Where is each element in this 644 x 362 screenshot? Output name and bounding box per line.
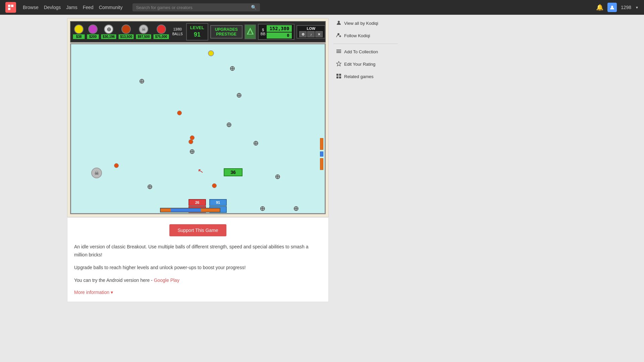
edit-rating-link[interactable]: Edit Your Rating <box>333 59 398 69</box>
svg-rect-17 <box>339 74 341 76</box>
svg-rect-2 <box>8 8 10 10</box>
game-ui-bar: $38 $200 ⊕ $30,196 $13,500 <box>70 21 326 43</box>
game-description: An idle version of classic Breakout. Use… <box>74 243 322 284</box>
ball-magenta-price: $200 <box>87 34 99 39</box>
ball-orangedark-item: $13,500 <box>118 24 134 39</box>
svg-rect-12 <box>336 50 341 50</box>
crosshair-9: ⊕ <box>260 204 265 213</box>
view-all-link[interactable]: View all by Kodiqi <box>333 18 398 28</box>
ball-yellow-item: $38 <box>73 24 85 39</box>
settings-buttons: ⚙ ♪ ✕ <box>299 31 323 37</box>
related-games-link[interactable]: Related games <box>333 71 398 82</box>
svg-point-8 <box>338 21 340 23</box>
nav-community[interactable]: Community <box>99 5 123 10</box>
related-games-label: Related games <box>344 74 373 79</box>
more-info-chevron-icon: ▾ <box>111 290 113 295</box>
nav-jams[interactable]: Jams <box>66 5 77 10</box>
follow-label: Follow Kodiqi <box>344 33 370 38</box>
left-sidebar <box>0 15 67 362</box>
rank-icon <box>245 24 256 39</box>
crosshair-3: ⊕ <box>236 91 242 99</box>
view-all-icon <box>336 20 341 26</box>
google-play-link[interactable]: Google Play <box>154 278 179 283</box>
crosshair-1: ⊕ <box>139 77 145 85</box>
ball-orangedark-price: $13,500 <box>118 34 134 39</box>
svg-rect-19 <box>339 76 341 78</box>
nav-devlogs[interactable]: Devlogs <box>44 5 61 10</box>
game-brick-blue-1: 91 <box>209 199 227 206</box>
support-game-button[interactable]: Support This Game <box>169 224 226 236</box>
svg-rect-13 <box>336 51 341 52</box>
svg-rect-1 <box>11 5 13 7</box>
ball-orangedark-circle <box>121 24 131 34</box>
settings-sound-button[interactable]: ♪ <box>307 31 315 37</box>
game-ball-orange-3 <box>189 139 193 144</box>
site-logo[interactable] <box>5 2 16 13</box>
game-ball-orange-4 <box>114 163 119 168</box>
settings-gear-button[interactable]: ⚙ <box>299 31 307 37</box>
level-display: LEVEL 91 <box>186 23 208 41</box>
ball-skull-price: $97,500 <box>136 34 151 39</box>
money-value: 152,380 <box>267 25 292 32</box>
crosshair-2: ⊕ <box>229 64 235 72</box>
add-collection-icon <box>336 49 341 55</box>
nav-feed[interactable]: Feed <box>83 5 94 10</box>
crosshair-6: ⊕ <box>253 139 259 147</box>
svg-rect-0 <box>8 5 10 7</box>
view-all-label: View all by Kodiqi <box>344 21 378 26</box>
game-cursor: ↖ <box>197 167 204 176</box>
description-line-2: Upgrade balls to reach higher levels and… <box>74 264 322 272</box>
ball-crosshair-price: $30,196 <box>101 34 116 39</box>
ball-crosshair-item: ⊕ $30,196 <box>101 24 116 39</box>
top-navigation: Browse Devlogs Jams Feed Community 🔍 🔔 1… <box>0 0 644 15</box>
notification-bell-icon[interactable]: 🔔 <box>596 4 603 11</box>
side-indicator-orange-top <box>320 138 323 150</box>
balls-count-display: 13/80 BALLS <box>172 27 183 37</box>
crosshair-7: ⊕ <box>275 173 280 181</box>
game-brick-green-score: 36 <box>224 168 243 176</box>
game-ball-orange-5 <box>212 183 217 188</box>
user-dropdown-icon[interactable]: ▼ <box>635 6 639 9</box>
money-display: $ BB 152,380 0 <box>258 24 295 40</box>
below-game-panel: Support This Game An idle version of cla… <box>67 217 329 302</box>
add-collection-link[interactable]: Add To Collection <box>333 47 398 57</box>
edit-rating-icon <box>336 61 341 67</box>
ball-skull-item: ☠ $97,500 <box>136 24 151 39</box>
center-content: $38 $200 ⊕ $30,196 $13,500 <box>67 15 329 362</box>
crosshair-10: ⊕ <box>293 204 299 213</box>
quality-label: LOW <box>307 26 316 31</box>
game-canvas[interactable]: ⊕ ⊕ ⊕ ⊕ ⊕ ⊕ ⊕ ⊕ ⊕ ⊕ ☠ ↖ <box>70 43 326 214</box>
game-ball-yellow <box>208 50 214 56</box>
level-value: 91 <box>190 31 204 39</box>
username-label[interactable]: 1298 <box>621 5 631 10</box>
nav-browse[interactable]: Browse <box>23 5 39 10</box>
settings-close-button[interactable]: ✕ <box>315 31 323 37</box>
ball-red-circle <box>157 24 166 34</box>
game-brick-red-1: 26 <box>189 199 206 206</box>
game-ball-orange-1 <box>177 111 182 115</box>
side-indicator-blue <box>320 152 323 157</box>
ball-yellow-circle <box>74 24 84 34</box>
search-input[interactable] <box>136 5 251 10</box>
description-line-3: You can try the Android version here - G… <box>74 277 322 285</box>
main-layout: $38 $200 ⊕ $30,196 $13,500 <box>0 15 644 362</box>
level-label: LEVEL <box>190 25 204 31</box>
crosshair-8: ⊕ <box>147 183 153 191</box>
currency-labels: $ BB <box>261 28 266 36</box>
game-frame: $38 $200 ⊕ $30,196 $13,500 <box>67 18 329 217</box>
edit-rating-label: Edit Your Rating <box>344 62 375 67</box>
svg-rect-16 <box>336 74 338 76</box>
crosshair-4: ⊕ <box>226 121 232 129</box>
follow-link[interactable]: Follow Kodiqi <box>333 31 398 41</box>
upgrades-label: UPGRADES <box>215 27 238 32</box>
sidebar-divider-1 <box>333 44 398 44</box>
game-skull-ball: ☠ <box>91 168 102 178</box>
ball-crosshair-circle: ⊕ <box>104 24 113 34</box>
more-info-section: More information ▾ <box>74 290 322 295</box>
prestige-label: PRESTIGE <box>215 32 238 37</box>
svg-rect-18 <box>336 76 338 78</box>
more-info-link[interactable]: More information ▾ <box>74 290 113 295</box>
user-avatar[interactable] <box>607 3 617 12</box>
search-icon[interactable]: 🔍 <box>251 5 257 10</box>
ball-skull-circle: ☠ <box>139 24 148 34</box>
